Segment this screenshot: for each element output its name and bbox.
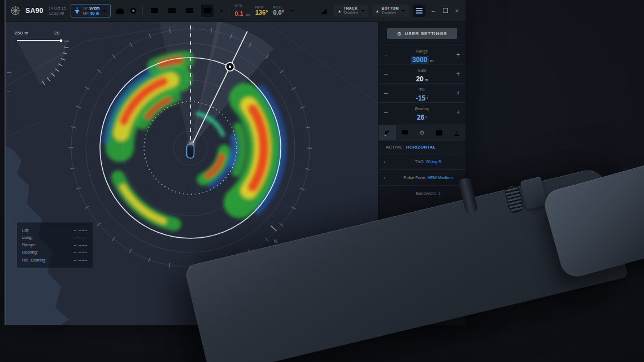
sonar-beam-icon <box>384 129 391 137</box>
brand-logo-icon <box>10 6 20 16</box>
active-label: ACTIVE: <box>386 145 404 150</box>
close-button[interactable]: × <box>453 7 461 14</box>
hull-unit-icon <box>453 129 460 137</box>
range-minus-button[interactable]: – <box>378 51 393 58</box>
tab-settings[interactable]: ⚙ <box>414 125 431 140</box>
triangle-icon: ▲ <box>376 9 380 13</box>
info-row: Lat:–·––– <box>22 226 88 234</box>
tvg-value: 20 log R <box>426 159 442 164</box>
minus-icon: – <box>378 191 391 197</box>
pulse-form-value: HFM Medium <box>428 175 453 180</box>
divider <box>229 6 229 15</box>
own-ship-icon <box>187 144 194 158</box>
bandwidth-row[interactable]: – Bandwidth1 <box>378 185 465 201</box>
maximize-button[interactable] <box>441 7 449 14</box>
bottom-dropdown[interactable]: ▲ BOTTOM Disabled <box>372 5 409 17</box>
tab-display[interactable] <box>396 125 414 140</box>
triangle-icon: ▲ <box>337 9 341 13</box>
north-label: N <box>274 238 278 244</box>
info-row: Rel. Bearing:–·––– <box>22 256 88 264</box>
gain-value: 20 <box>416 75 423 83</box>
bearing-plus-button[interactable]: + <box>451 109 465 116</box>
gear-icon: ⚙ <box>397 31 402 37</box>
range-label: Range <box>416 49 428 53</box>
bearing-stepper: – Bearing 26° + <box>378 102 465 121</box>
heading-value: 136° <box>255 9 268 16</box>
user-settings-label: USER SETTINGS <box>405 31 447 36</box>
bandwidth-value: 1 <box>438 191 440 196</box>
range-value: 3000 <box>411 56 429 64</box>
app-title: SA90 <box>25 7 43 15</box>
tab-hull-unit[interactable] <box>448 125 465 140</box>
layout-quad-button[interactable] <box>201 4 214 18</box>
gain-plus-button[interactable]: + <box>451 71 465 77</box>
active-value: HORIZONTAL <box>406 145 436 150</box>
speed-value: 0.1 <box>234 10 243 17</box>
display-icon <box>401 129 408 136</box>
transducer-depth-dropdown[interactable]: TP97cm MP80 m <box>71 4 111 18</box>
gain-stepper: – Gain 20m + <box>378 64 465 83</box>
bottom-profile-button[interactable] <box>317 5 330 17</box>
bearing-label: Bearing <box>415 107 429 111</box>
tilt-minus-button[interactable]: – <box>378 90 393 97</box>
down-arrow-icon <box>75 7 80 15</box>
roll-readout: ROLL 0.0° <box>273 6 284 16</box>
topbar-right-group: ▲ TRACK Disabled ▲ BOTTOM Disabled – × <box>317 5 461 17</box>
bearing-minus-button[interactable]: – <box>378 109 393 116</box>
gain-minus-button[interactable]: – <box>378 71 393 77</box>
user-settings-button[interactable]: ⚙ USER SETTINGS <box>387 28 457 39</box>
maximize-icon <box>443 8 448 13</box>
layout-single-button[interactable] <box>148 5 160 17</box>
chevron-left-icon: ‹ <box>378 175 391 181</box>
info-row: Long:–·––– <box>22 234 88 241</box>
info-row: Range:–·––– <box>22 241 88 248</box>
main-menu-button[interactable] <box>413 5 425 17</box>
mp-row: MP80 m <box>82 11 99 15</box>
bottom-status: Disabled <box>382 11 396 15</box>
tilt-gauge <box>12 28 131 124</box>
date-label: 14 Oct 15 <box>49 6 66 10</box>
tvg-label: TVG <box>415 159 423 164</box>
tvg-row[interactable]: ‹ TVG20 log R <box>378 154 465 169</box>
top-toolbar: SA90 14 Oct 15 12:32:48 TP97cm MP80 m <box>6 0 465 22</box>
heading-readout: HDG 136° <box>255 6 268 16</box>
tab-image[interactable] <box>430 125 448 140</box>
screenshot-button[interactable] <box>116 7 124 15</box>
north-tick <box>271 226 276 232</box>
bottom-label: BOTTOM <box>382 6 399 10</box>
tilt-plus-button[interactable]: + <box>451 90 465 97</box>
divider <box>142 6 143 15</box>
gain-label: Gain <box>418 68 427 72</box>
chevron-left-icon: ‹ <box>378 159 391 165</box>
range-scale-label: 250 m <box>15 30 28 36</box>
range-stepper: – Range 3000m + <box>378 45 465 64</box>
layout-split-bottom-button[interactable] <box>166 5 178 17</box>
layout-split-right-button[interactable] <box>183 5 195 17</box>
record-button[interactable] <box>129 7 137 15</box>
speed-unit: kts <box>246 13 250 16</box>
pulse-form-row[interactable]: ‹ Pulse FormHFM Medium <box>378 169 465 185</box>
track-dropdown[interactable]: ▲ TRACK Disabled <box>334 5 368 17</box>
datetime: 14 Oct 15 12:32:48 <box>49 6 66 16</box>
record-icon <box>129 7 137 15</box>
position-info-box: Lat:–·––– Long:–·––– Range:–·––– Bearing… <box>17 223 93 268</box>
tp-row: TP97cm <box>82 6 99 10</box>
gear-icon: ⚙ <box>419 129 425 137</box>
info-row: Bearing:–·––– <box>22 248 88 256</box>
image-icon <box>436 129 443 136</box>
tab-sonar-beam[interactable] <box>378 125 396 140</box>
mode-tabs: ⚙ <box>378 125 465 140</box>
speed-readout: SPD 0.1 kts <box>234 4 250 18</box>
chevron-down-icon <box>401 10 406 12</box>
minimize-button[interactable]: – <box>429 7 437 14</box>
active-mode-row: ACTIVE: HORIZONTAL <box>378 140 465 154</box>
range-plus-button[interactable]: + <box>451 51 465 58</box>
roll-value: 0.0° <box>273 9 284 16</box>
tilt-scale-label: 20 <box>54 30 60 36</box>
bearing-value: 26 <box>417 114 424 121</box>
layout-chevron-icon[interactable] <box>219 10 224 12</box>
tilt-label: Tilt <box>419 88 425 91</box>
nav-chevron-icon[interactable] <box>289 10 294 12</box>
slope-icon <box>320 7 328 15</box>
tilt-stepper: – Tilt -15° + <box>378 83 465 102</box>
